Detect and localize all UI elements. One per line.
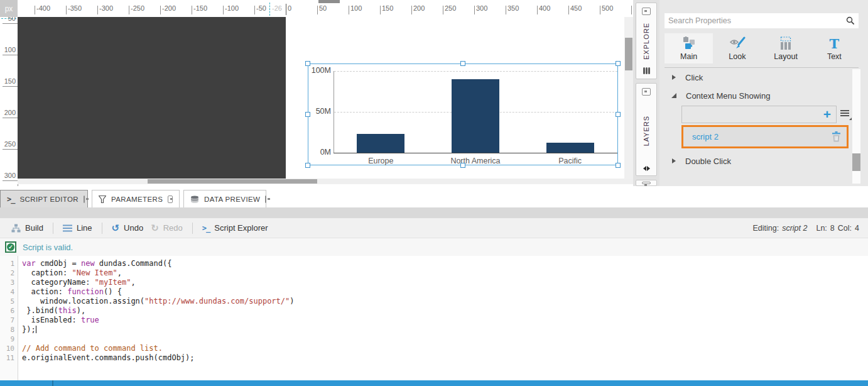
section-context-menu-showing[interactable]: Context Menu Showing — [659, 89, 868, 102]
section-double-click-label: Double Click — [685, 157, 731, 166]
build-button[interactable]: Build — [8, 223, 47, 233]
code-text[interactable] — [18, 334, 22, 344]
tab-main[interactable]: Main — [665, 33, 713, 63]
partial-panel-tab[interactable] — [636, 180, 657, 186]
code-line[interactable]: 6 }.bind(this), — [0, 306, 868, 316]
redo-button[interactable]: ↻ Redo — [147, 223, 187, 233]
selection-handle[interactable] — [460, 61, 465, 66]
code-line[interactable]: 5 window.location.assign("http://www.dun… — [0, 297, 868, 306]
design-canvas[interactable]: 0M50M100MEuropeNorth AmericaPacific — [18, 17, 633, 179]
validation-bar: ✓ Script is valid. — [0, 238, 868, 256]
code-line[interactable]: 1var cmdObj = new dundas.Command({ — [0, 259, 868, 268]
dock-window-icon[interactable] — [642, 8, 651, 15]
prompt-icon: >_ — [7, 195, 14, 204]
tab-script-editor[interactable]: >_ SCRIPT EDITOR — [0, 190, 88, 207]
ruler-tick-label: 50 — [319, 4, 327, 12]
chart-bar[interactable] — [546, 143, 594, 153]
hamburger-menu-icon[interactable] — [840, 110, 852, 119]
divider — [665, 67, 859, 68]
canvas-vertical-scrollbar[interactable] — [624, 17, 633, 179]
splitter-notch[interactable] — [52, 380, 53, 386]
code-text[interactable]: // Add command to command list. — [18, 344, 163, 353]
ruler-tick-label: 500 — [602, 4, 613, 12]
code-text[interactable]: }); — [18, 325, 36, 334]
scrollbar-thumb[interactable] — [148, 179, 317, 184]
tab-data-preview[interactable]: DATA PREVIEW — [183, 190, 266, 207]
tab-parameters[interactable]: PARAMETERS — [92, 190, 180, 207]
selection-handle[interactable] — [305, 61, 310, 66]
code-line[interactable]: 2 caption: "New Item", — [0, 268, 868, 278]
code-text[interactable]: caption: "New Item", — [18, 268, 122, 278]
script-item-selected[interactable]: script 2 — [681, 125, 849, 148]
search-icon[interactable] — [846, 16, 859, 25]
selection-handle[interactable] — [616, 163, 621, 168]
plus-icon[interactable]: + — [823, 108, 836, 121]
bar-chart-selected[interactable]: 0M50M100MEuropeNorth AmericaPacific — [308, 63, 618, 165]
ruler-tick — [223, 6, 224, 14]
scrollbar-thumb[interactable] — [852, 153, 860, 171]
explore-panel-tab[interactable]: EXPLORE — [636, 3, 657, 79]
code-text[interactable]: categoryName: "myItem", — [18, 278, 136, 287]
canvas-horizontal-scrollbar[interactable] — [18, 179, 633, 184]
code-line[interactable]: 8}); — [0, 325, 868, 334]
code-editor[interactable]: 1var cmdObj = new dundas.Command({2 capt… — [0, 256, 868, 380]
chart-bar[interactable] — [357, 134, 404, 153]
dock-window-icon[interactable] — [168, 196, 173, 203]
script-item-label[interactable]: script 2 — [692, 132, 832, 141]
code-text[interactable]: }.bind(this), — [18, 306, 85, 316]
layers-panel-tab[interactable]: LAYERS — [636, 83, 657, 176]
chart-bar[interactable] — [452, 79, 499, 153]
chevron-right-icon[interactable] — [672, 75, 676, 80]
selection-handle[interactable] — [460, 163, 465, 168]
chevron-right-icon[interactable] — [672, 158, 676, 163]
dock-window-icon[interactable] — [265, 196, 266, 203]
ruler-tick-label: -200 — [162, 4, 176, 12]
database-icon — [190, 196, 199, 203]
tab-look[interactable]: Look — [713, 33, 761, 63]
selection-handle[interactable] — [305, 163, 310, 168]
script-explorer-button[interactable]: >_ Script Explorer — [198, 223, 272, 233]
code-text[interactable]: window.location.assign("http://www.dunda… — [18, 297, 295, 306]
dock-window-icon[interactable] — [84, 196, 85, 203]
ruler-unit-box: px — [0, 0, 18, 17]
code-lines[interactable]: 1var cmdObj = new dundas.Command({2 capt… — [0, 259, 868, 363]
selection-handle[interactable] — [616, 112, 621, 117]
layers-tab-label: LAYERS — [643, 116, 650, 146]
dundas-designer-window: px -26 -400-350-300-250-200-150-100-5005… — [0, 0, 868, 386]
code-text[interactable]: isEnabled: true — [18, 316, 99, 325]
code-text[interactable]: e.originalEvent.commands.push(cmdObj); — [18, 353, 195, 363]
chevron-expanded-icon[interactable] — [671, 93, 676, 98]
ruler-tick-label: -100 — [225, 4, 239, 12]
code-line[interactable]: 10// Add command to command list. — [0, 344, 868, 353]
property-tab-bar: Main Look — [665, 33, 859, 63]
dock-window-icon[interactable] — [642, 88, 651, 96]
scrollbar-thumb[interactable] — [625, 38, 632, 70]
properties-scrollbar[interactable] — [852, 69, 860, 184]
dock-window-icon — [642, 182, 651, 184]
code-line[interactable]: 4 action: function() { — [0, 287, 868, 297]
code-text[interactable]: var cmdObj = new dundas.Command({ — [18, 259, 171, 268]
code-line[interactable]: 9 — [0, 334, 868, 344]
line-number: 4 — [0, 287, 18, 297]
trash-icon[interactable] — [832, 131, 841, 142]
search-properties-box[interactable] — [665, 13, 859, 28]
line-number: 7 — [0, 316, 18, 325]
code-line[interactable]: 3 categoryName: "myItem", — [0, 278, 868, 287]
code-line[interactable]: 11e.originalEvent.commands.push(cmdObj); — [0, 353, 868, 363]
lines-icon — [63, 224, 72, 232]
search-input[interactable] — [665, 16, 846, 25]
code-text[interactable]: action: function() { — [18, 287, 122, 297]
ruler-tick — [97, 6, 98, 14]
undo-button[interactable]: ↺ Undo — [108, 223, 148, 233]
ruler-cursor-label: -26 — [272, 4, 282, 12]
selection-handle[interactable] — [616, 61, 621, 66]
line-button[interactable]: Line — [59, 223, 96, 233]
tab-text[interactable]: T Text — [810, 33, 859, 63]
tab-layout[interactable]: Layout — [762, 33, 810, 63]
selection-handle[interactable] — [305, 112, 310, 117]
code-line[interactable]: 7 isEnabled: true — [0, 316, 868, 325]
section-click[interactable]: Click — [659, 71, 868, 84]
add-script-field[interactable]: + — [681, 106, 837, 123]
ruler-tick-label: 50 — [8, 17, 16, 22]
section-double-click[interactable]: Double Click — [659, 155, 868, 167]
